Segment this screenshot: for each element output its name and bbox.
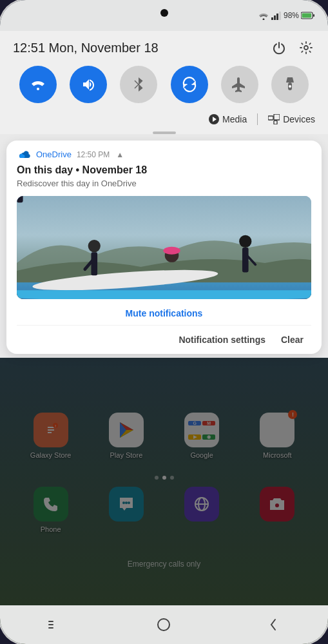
- svg-point-24: [163, 247, 180, 255]
- wifi-icon: [258, 11, 269, 20]
- bluetooth-toggle[interactable]: [120, 66, 157, 103]
- sync-toggle[interactable]: [171, 66, 208, 103]
- svg-rect-1: [274, 15, 276, 20]
- back-icon: [269, 618, 278, 632]
- svg-point-7: [304, 46, 308, 50]
- quick-toggles: [13, 66, 315, 103]
- notification-title: On this day • November 18: [17, 164, 311, 176]
- svg-rect-6: [302, 14, 312, 18]
- notification-settings-button[interactable]: Notification settings: [171, 332, 273, 347]
- svg-rect-16: [274, 121, 277, 124]
- svg-rect-0: [271, 17, 273, 20]
- home-icon: [157, 618, 171, 632]
- home-button[interactable]: [151, 612, 177, 638]
- qs-top-icons: [270, 39, 315, 57]
- phone-frame: 12:51 98%: [0, 0, 328, 644]
- devices-label: Devices: [283, 114, 315, 124]
- media-button[interactable]: Media: [209, 114, 247, 124]
- svg-point-20: [88, 240, 101, 252]
- qs-datetime: 12:51 Mon, November 18: [13, 41, 159, 55]
- clear-button[interactable]: Clear: [273, 332, 311, 347]
- svg-rect-27: [242, 248, 249, 272]
- svg-rect-25: [17, 196, 23, 202]
- media-devices-row: Media Devices: [13, 113, 315, 132]
- notification-image: [17, 196, 311, 299]
- svg-point-46: [158, 619, 169, 630]
- notification-app-name: OneDrive: [36, 150, 72, 159]
- battery-percent: 98%: [284, 11, 299, 20]
- notification-header: OneDrive 12:50 PM ▲: [17, 150, 311, 159]
- notification-subtitle: Rediscover this day in OneDrive: [17, 179, 311, 188]
- airplane-toggle[interactable]: [221, 66, 258, 103]
- settings-button[interactable]: [297, 39, 315, 57]
- media-label: Media: [222, 114, 247, 124]
- expand-icon[interactable]: ▲: [116, 150, 124, 159]
- recents-icon: [48, 619, 62, 630]
- svg-rect-5: [313, 14, 314, 17]
- mute-notifications-button[interactable]: Mute notifications: [17, 299, 311, 325]
- svg-rect-2: [276, 14, 278, 20]
- notification-actions: Notification settings Clear: [17, 325, 311, 354]
- flashlight-toggle[interactable]: [271, 66, 309, 103]
- camera-cutout: [160, 9, 168, 17]
- navigation-bar: [0, 605, 328, 644]
- quick-settings: 12:51 Mon, November 18: [0, 31, 328, 134]
- drag-handle: [153, 132, 176, 134]
- svg-rect-14: [268, 116, 273, 120]
- back-button[interactable]: [260, 612, 286, 638]
- signal-icon: [271, 11, 282, 20]
- onedrive-icon: [17, 150, 31, 159]
- recents-button[interactable]: [42, 612, 68, 638]
- divider: [257, 113, 258, 125]
- notification-card: OneDrive 12:50 PM ▲ On this day • Novemb…: [6, 141, 322, 354]
- image-scene: [17, 196, 311, 299]
- battery-icon: [301, 12, 315, 19]
- qs-top-row: 12:51 Mon, November 18: [13, 39, 315, 57]
- sound-toggle[interactable]: [70, 66, 107, 103]
- wifi-toggle[interactable]: [19, 66, 57, 103]
- svg-rect-15: [274, 114, 280, 120]
- svg-rect-3: [279, 12, 281, 20]
- devices-button[interactable]: Devices: [268, 114, 315, 124]
- status-bar: 12:51 98%: [0, 0, 328, 31]
- svg-point-11: [289, 85, 291, 88]
- svg-point-26: [239, 235, 251, 248]
- notification-panel: 12:51 Mon, November 18: [0, 31, 328, 358]
- notification-time: 12:50 PM: [77, 150, 110, 159]
- status-icons: 98%: [258, 11, 315, 20]
- scene-svg: [17, 196, 311, 299]
- power-button[interactable]: [270, 39, 288, 57]
- svg-rect-21: [91, 252, 97, 275]
